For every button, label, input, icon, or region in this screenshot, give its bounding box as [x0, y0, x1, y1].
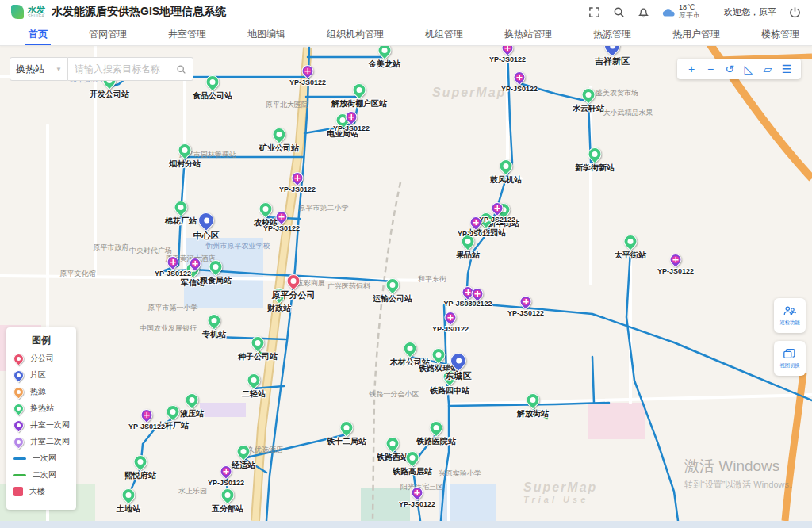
- station-pin[interactable]: [122, 488, 136, 502]
- well-pin[interactable]: [346, 111, 358, 123]
- nav-tab[interactable]: 换热站管理: [484, 24, 573, 45]
- app-logo: 水发 SHUIFA: [11, 5, 45, 19]
- view-switch-button[interactable]: 视图切换: [774, 341, 806, 376]
- station-pin[interactable]: [462, 235, 475, 248]
- zoom-in-tool[interactable]: +: [682, 61, 701, 77]
- zoom-out-tool[interactable]: −: [701, 61, 720, 77]
- station-pin-icon: [400, 339, 419, 358]
- well-pin[interactable]: [302, 65, 314, 77]
- patrol-button[interactable]: 巡检功能: [774, 298, 806, 333]
- nav-tab[interactable]: 组织机构管理: [306, 24, 404, 45]
- search-input[interactable]: [75, 63, 176, 75]
- station-pin[interactable]: [500, 159, 513, 173]
- well-pin[interactable]: [492, 202, 504, 214]
- bell-icon[interactable]: [638, 6, 649, 18]
- nav-tab[interactable]: 机组管理: [404, 24, 484, 45]
- nav-tab[interactable]: 地图编辑: [227, 24, 306, 45]
- branch-pin[interactable]: [287, 274, 301, 288]
- pin-glyph: [390, 282, 396, 288]
- station-pin[interactable]: [588, 147, 602, 161]
- station-pin[interactable]: [259, 202, 273, 216]
- pin-glyph: [170, 409, 176, 415]
- main-nav: 首页管网管理井室管理地图编辑组织机构管理机组管理换热站管理热源管理热用户管理楼栋…: [0, 24, 812, 46]
- district-pin[interactable]: [604, 46, 620, 54]
- station-pin[interactable]: [378, 46, 392, 57]
- nav-tab[interactable]: 井室管理: [147, 24, 227, 45]
- station-pin[interactable]: [582, 88, 596, 101]
- station-pin[interactable]: [208, 314, 221, 327]
- well-pin[interactable]: [190, 258, 201, 270]
- station-pin[interactable]: [206, 75, 220, 89]
- nav-tab[interactable]: 楼栋管理: [741, 24, 812, 45]
- primary-network-line[interactable]: [304, 127, 343, 133]
- well-pin[interactable]: [514, 71, 526, 83]
- station-pin[interactable]: [443, 370, 457, 384]
- station-pin[interactable]: [353, 83, 366, 97]
- station-pin-icon: [175, 140, 194, 159]
- pin-glyph: [672, 256, 680, 263]
- logout-icon[interactable]: [789, 6, 801, 18]
- well-pin[interactable]: [470, 216, 482, 228]
- well-pin[interactable]: [412, 487, 423, 499]
- station-pin[interactable]: [430, 421, 443, 434]
- station-pin[interactable]: [273, 288, 286, 301]
- well-pin[interactable]: [292, 172, 304, 184]
- well-pin[interactable]: [220, 465, 232, 477]
- station-pin[interactable]: [178, 143, 192, 157]
- nav-tab[interactable]: 首页: [8, 24, 68, 45]
- station-pin[interactable]: [340, 421, 354, 434]
- station-pin[interactable]: [404, 342, 417, 355]
- well-pin-icon: [517, 293, 534, 310]
- station-pin[interactable]: [527, 393, 540, 407]
- logo-text: 水发 SHUIFA: [28, 6, 45, 18]
- station-pin[interactable]: [209, 260, 223, 274]
- search-submit-icon[interactable]: [176, 64, 186, 75]
- nav-tab[interactable]: 管网管理: [68, 24, 147, 45]
- map-canvas[interactable]: 原平实验中学原平北大医院原平市园林管理站忻州市原平农业学校原平市政府原平文化馆中…: [0, 46, 812, 521]
- well-pin[interactable]: [520, 296, 532, 308]
- secondary-network-line[interactable]: [533, 408, 547, 419]
- logo-en: SHUIFA: [28, 14, 45, 18]
- station-pin[interactable]: [386, 278, 400, 292]
- district-pin[interactable]: [198, 212, 214, 228]
- legend-item: 分公司: [13, 353, 69, 364]
- station-pin[interactable]: [247, 373, 261, 387]
- station-pin-icon: [171, 197, 190, 216]
- station-pin[interactable]: [237, 445, 251, 458]
- legend-item: 井室一次网: [13, 419, 69, 430]
- primary-network-line[interactable]: [626, 251, 678, 521]
- fullscreen-icon[interactable]: [588, 6, 600, 18]
- well-pin[interactable]: [276, 211, 288, 223]
- station-pin[interactable]: [167, 405, 180, 419]
- station-pin[interactable]: [186, 393, 199, 407]
- station-pin[interactable]: [432, 348, 446, 362]
- well-pin[interactable]: [472, 288, 484, 300]
- nav-tab[interactable]: 热源管理: [573, 24, 652, 45]
- measure-distance-tool[interactable]: ◺: [739, 61, 758, 77]
- well-pin[interactable]: [445, 312, 457, 323]
- station-pin[interactable]: [406, 451, 419, 465]
- station-pin[interactable]: [221, 488, 235, 502]
- well-pin[interactable]: [167, 256, 179, 268]
- search-category-select[interactable]: 换热站 ▼: [10, 57, 68, 81]
- station-pin-icon: [621, 231, 640, 251]
- station-pin[interactable]: [251, 336, 265, 350]
- district-pin[interactable]: [450, 353, 466, 369]
- station-pin[interactable]: [273, 128, 286, 141]
- station-pin[interactable]: [174, 201, 188, 214]
- reset-view-tool[interactable]: ↺: [720, 61, 739, 77]
- primary-network-line[interactable]: [466, 303, 812, 400]
- primary-network-line[interactable]: [592, 357, 594, 403]
- nav-tab[interactable]: 热用户管理: [652, 24, 741, 45]
- measure-area-tool[interactable]: ▱: [758, 61, 777, 77]
- station-pin[interactable]: [624, 235, 638, 248]
- well-pin-icon: [217, 463, 234, 480]
- station-pin[interactable]: [134, 455, 147, 469]
- layer-list-tool[interactable]: ☰: [777, 61, 796, 77]
- station-pin[interactable]: [386, 437, 400, 450]
- well-pin[interactable]: [141, 409, 153, 421]
- well-pin[interactable]: [670, 254, 682, 266]
- well-pin[interactable]: [502, 46, 514, 54]
- search-icon[interactable]: [613, 6, 625, 18]
- station-pin-icon: [234, 442, 253, 461]
